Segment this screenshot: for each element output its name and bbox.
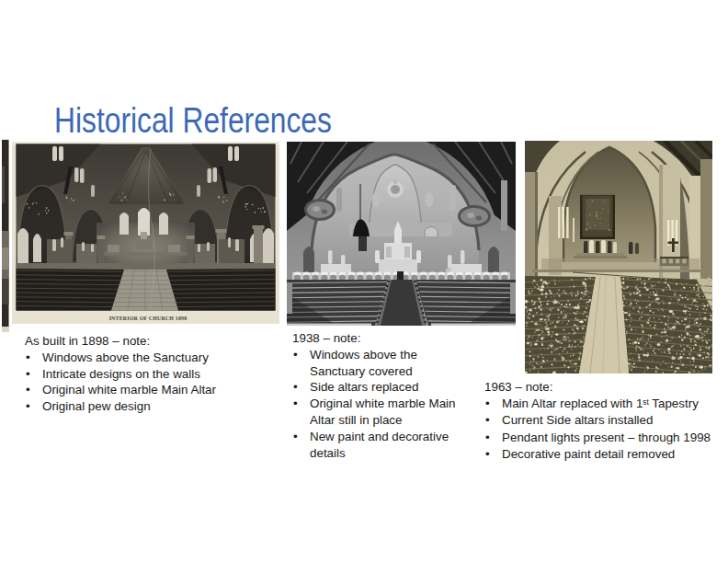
svg-text:INTERIOR OF CHURCH 1898: INTERIOR OF CHURCH 1898 [109, 316, 188, 321]
